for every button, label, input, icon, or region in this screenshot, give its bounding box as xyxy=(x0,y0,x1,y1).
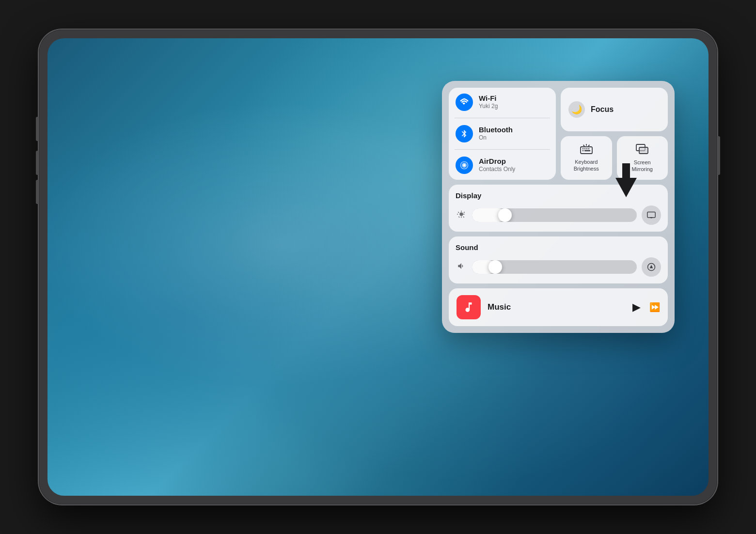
display-slider-row xyxy=(456,205,661,225)
arrow-shaft xyxy=(622,163,630,178)
focus-tile[interactable]: 🌙 Focus xyxy=(561,88,668,131)
arrow-head xyxy=(615,178,637,197)
sound-slider[interactable] xyxy=(472,260,637,274)
music-label: Music xyxy=(488,302,626,312)
connectivity-tile: Wi-Fi Yuki 2g Bluetooth xyxy=(449,88,556,180)
brightness-icon xyxy=(456,210,467,220)
focus-label: Focus xyxy=(591,105,614,114)
keyboard-brightness-label: KeyboardBrightness xyxy=(574,158,599,173)
screen-mirroring-icon xyxy=(635,143,649,157)
volume-icon xyxy=(456,262,467,272)
keyboard-brightness-tile[interactable]: KeyboardBrightness xyxy=(561,136,612,180)
sound-thumb xyxy=(488,260,502,274)
svg-line-10 xyxy=(588,145,589,146)
fast-forward-button[interactable]: ⏩ xyxy=(649,302,660,313)
svg-rect-12 xyxy=(639,147,648,154)
moon-icon: 🌙 xyxy=(568,101,585,118)
music-app-icon xyxy=(457,295,481,319)
airdrop-icon xyxy=(456,157,473,174)
bluetooth-text: Bluetooth On xyxy=(479,126,513,142)
control-center: Wi-Fi Yuki 2g Bluetooth xyxy=(442,81,675,333)
display-action-button[interactable] xyxy=(642,205,661,225)
bluetooth-name: Bluetooth xyxy=(479,126,513,134)
wifi-sub: Yuki 2g xyxy=(479,103,498,110)
divider-1 xyxy=(455,118,550,118)
bluetooth-item[interactable]: Bluetooth On xyxy=(456,125,549,142)
sound-fill xyxy=(472,260,495,274)
music-tile: Music ▶ ⏩ xyxy=(449,288,668,326)
sound-slider-row xyxy=(456,257,661,277)
svg-line-9 xyxy=(583,145,584,146)
keyboard-brightness-icon xyxy=(580,144,593,157)
airdrop-item[interactable]: AirDrop Contacts Only xyxy=(456,157,549,174)
bluetooth-icon xyxy=(456,125,473,142)
airdrop-sub: Contacts Only xyxy=(479,166,515,173)
bottom-icons-row: KeyboardBrightness ScreenMirroring xyxy=(561,136,668,180)
ipad-screen: Wi-Fi Yuki 2g Bluetooth xyxy=(47,38,709,496)
play-button[interactable]: ▶ xyxy=(632,301,641,314)
svg-rect-13 xyxy=(647,212,655,217)
airplay-audio-button[interactable] xyxy=(642,257,661,277)
wifi-name: Wi-Fi xyxy=(479,94,498,103)
music-controls: ▶ ⏩ xyxy=(632,301,660,314)
sound-title: Sound xyxy=(456,243,661,251)
ipad-frame: Wi-Fi Yuki 2g Bluetooth xyxy=(39,30,717,504)
wifi-item[interactable]: Wi-Fi Yuki 2g xyxy=(456,94,549,111)
display-slider[interactable] xyxy=(472,208,637,222)
airdrop-text: AirDrop Contacts Only xyxy=(479,157,515,173)
divider-2 xyxy=(455,149,550,150)
airdrop-name: AirDrop xyxy=(479,157,515,166)
wifi-text: Wi-Fi Yuki 2g xyxy=(479,94,498,110)
right-column: 🌙 Focus xyxy=(561,88,668,180)
arrow-annotation xyxy=(615,163,637,197)
wifi-icon xyxy=(456,94,473,111)
bluetooth-sub: On xyxy=(479,134,513,142)
sound-tile: Sound xyxy=(449,236,668,283)
display-fill xyxy=(472,208,505,222)
display-thumb xyxy=(498,208,512,222)
